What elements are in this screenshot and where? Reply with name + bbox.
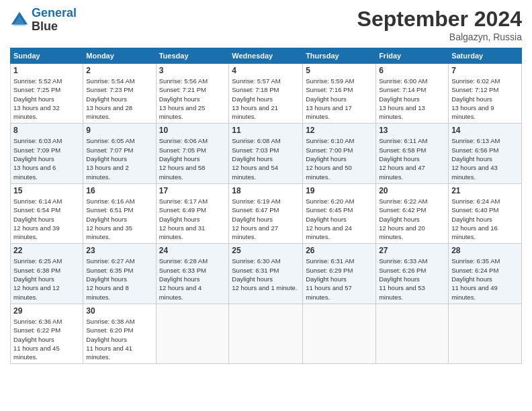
calendar-cell: 25 Sunrise: 6:30 AM Sunset: 6:31 PM Dayl…	[229, 244, 303, 304]
day-number: 3	[159, 66, 226, 75]
col-saturday: Saturday	[449, 48, 522, 64]
title-block: September 2024 Balgazyn, Russia	[357, 7, 522, 42]
calendar-cell: 19 Sunrise: 6:20 AM Sunset: 6:45 PM Dayl…	[303, 183, 376, 243]
day-number: 23	[86, 246, 152, 255]
calendar-cell: 22 Sunrise: 6:25 AM Sunset: 6:38 PM Dayl…	[11, 244, 83, 304]
day-number: 26	[306, 246, 373, 255]
calendar-cell: 26 Sunrise: 6:31 AM Sunset: 6:29 PM Dayl…	[303, 244, 376, 304]
calendar-cell	[376, 304, 449, 363]
calendar-cell: 10 Sunrise: 6:06 AM Sunset: 7:05 PM Dayl…	[156, 124, 229, 183]
day-info: Sunrise: 6:25 AM Sunset: 6:38 PM Dayligh…	[13, 257, 80, 301]
calendar-cell: 12 Sunrise: 6:10 AM Sunset: 7:00 PM Dayl…	[303, 124, 376, 183]
day-info: Sunrise: 5:59 AM Sunset: 7:16 PM Dayligh…	[306, 77, 373, 121]
day-info: Sunrise: 6:38 AM Sunset: 6:20 PM Dayligh…	[86, 317, 152, 361]
col-tuesday: Tuesday	[156, 48, 229, 64]
day-info: Sunrise: 6:28 AM Sunset: 6:33 PM Dayligh…	[159, 257, 226, 301]
day-info: Sunrise: 6:24 AM Sunset: 6:40 PM Dayligh…	[451, 197, 519, 241]
logo-text: General Blue	[32, 7, 77, 34]
day-number: 9	[86, 126, 152, 135]
calendar-cell: 20 Sunrise: 6:22 AM Sunset: 6:42 PM Dayl…	[376, 183, 449, 243]
day-info: Sunrise: 6:17 AM Sunset: 6:49 PM Dayligh…	[159, 197, 226, 241]
day-number: 22	[13, 246, 80, 255]
calendar-week-2: 8 Sunrise: 6:03 AM Sunset: 7:09 PM Dayli…	[11, 124, 522, 183]
calendar-week-3: 15 Sunrise: 6:14 AM Sunset: 6:54 PM Dayl…	[11, 183, 522, 243]
day-info: Sunrise: 6:05 AM Sunset: 7:07 PM Dayligh…	[86, 136, 152, 181]
location: Balgazyn, Russia	[357, 32, 522, 42]
calendar-cell	[449, 304, 522, 363]
calendar: Sunday Monday Tuesday Wednesday Thursday…	[10, 48, 522, 364]
header: General Blue September 2024 Balgazyn, Ru…	[10, 7, 522, 42]
logo-icon	[10, 11, 29, 30]
day-info: Sunrise: 6:02 AM Sunset: 7:12 PM Dayligh…	[451, 77, 519, 121]
day-number: 7	[451, 66, 519, 75]
day-number: 28	[451, 246, 519, 255]
day-info: Sunrise: 6:31 AM Sunset: 6:29 PM Dayligh…	[306, 257, 373, 301]
day-info: Sunrise: 5:56 AM Sunset: 7:21 PM Dayligh…	[159, 77, 226, 121]
day-info: Sunrise: 6:03 AM Sunset: 7:09 PM Dayligh…	[13, 136, 80, 181]
calendar-cell: 5 Sunrise: 5:59 AM Sunset: 7:16 PM Dayli…	[303, 64, 376, 124]
day-number: 5	[306, 66, 373, 75]
calendar-cell	[303, 304, 376, 363]
logo: General Blue	[10, 7, 77, 34]
day-number: 16	[86, 186, 152, 195]
calendar-cell: 24 Sunrise: 6:28 AM Sunset: 6:33 PM Dayl…	[156, 244, 229, 304]
calendar-week-1: 1 Sunrise: 5:52 AM Sunset: 7:25 PM Dayli…	[11, 64, 522, 124]
calendar-cell: 13 Sunrise: 6:11 AM Sunset: 6:58 PM Dayl…	[376, 124, 449, 183]
day-number: 21	[451, 186, 519, 195]
day-number: 30	[86, 306, 152, 316]
calendar-cell: 18 Sunrise: 6:19 AM Sunset: 6:47 PM Dayl…	[229, 183, 303, 243]
calendar-cell: 29 Sunrise: 6:36 AM Sunset: 6:22 PM Dayl…	[11, 304, 83, 363]
page: General Blue September 2024 Balgazyn, Ru…	[0, 0, 532, 411]
day-number: 18	[232, 186, 300, 195]
day-number: 13	[379, 126, 445, 135]
day-number: 4	[232, 66, 300, 75]
calendar-cell: 3 Sunrise: 5:56 AM Sunset: 7:21 PM Dayli…	[156, 64, 229, 124]
calendar-cell: 11 Sunrise: 6:08 AM Sunset: 7:03 PM Dayl…	[229, 124, 303, 183]
calendar-cell	[156, 304, 229, 363]
calendar-cell: 2 Sunrise: 5:54 AM Sunset: 7:23 PM Dayli…	[83, 64, 156, 124]
calendar-cell: 4 Sunrise: 5:57 AM Sunset: 7:18 PM Dayli…	[229, 64, 303, 124]
day-number: 20	[379, 186, 445, 195]
col-wednesday: Wednesday	[229, 48, 303, 64]
calendar-cell: 9 Sunrise: 6:05 AM Sunset: 7:07 PM Dayli…	[83, 124, 156, 183]
month-title: September 2024	[357, 7, 522, 32]
day-number: 12	[306, 126, 373, 135]
logo-blue: Blue	[32, 20, 77, 34]
calendar-week-5: 29 Sunrise: 6:36 AM Sunset: 6:22 PM Dayl…	[11, 304, 522, 363]
calendar-cell: 8 Sunrise: 6:03 AM Sunset: 7:09 PM Dayli…	[11, 124, 83, 183]
day-number: 6	[379, 66, 445, 75]
col-thursday: Thursday	[303, 48, 376, 64]
day-number: 29	[13, 306, 80, 316]
day-number: 24	[159, 246, 226, 255]
col-sunday: Sunday	[11, 48, 83, 64]
day-info: Sunrise: 5:54 AM Sunset: 7:23 PM Dayligh…	[86, 77, 152, 121]
day-info: Sunrise: 6:33 AM Sunset: 6:26 PM Dayligh…	[379, 257, 445, 301]
day-number: 8	[13, 126, 80, 135]
day-info: Sunrise: 6:06 AM Sunset: 7:05 PM Dayligh…	[159, 136, 226, 181]
day-info: Sunrise: 6:20 AM Sunset: 6:45 PM Dayligh…	[306, 197, 373, 241]
day-info: Sunrise: 6:08 AM Sunset: 7:03 PM Dayligh…	[232, 136, 300, 181]
calendar-week-4: 22 Sunrise: 6:25 AM Sunset: 6:38 PM Dayl…	[11, 244, 522, 304]
day-info: Sunrise: 6:22 AM Sunset: 6:42 PM Dayligh…	[379, 197, 445, 241]
logo-general: General	[32, 6, 77, 19]
calendar-cell: 27 Sunrise: 6:33 AM Sunset: 6:26 PM Dayl…	[376, 244, 449, 304]
day-info: Sunrise: 6:11 AM Sunset: 6:58 PM Dayligh…	[379, 136, 445, 181]
day-info: Sunrise: 6:30 AM Sunset: 6:31 PM Dayligh…	[232, 257, 300, 292]
calendar-cell: 16 Sunrise: 6:16 AM Sunset: 6:51 PM Dayl…	[83, 183, 156, 243]
day-info: Sunrise: 6:19 AM Sunset: 6:47 PM Dayligh…	[232, 197, 300, 241]
calendar-cell: 21 Sunrise: 6:24 AM Sunset: 6:40 PM Dayl…	[449, 183, 522, 243]
day-number: 27	[379, 246, 445, 255]
calendar-cell: 1 Sunrise: 5:52 AM Sunset: 7:25 PM Dayli…	[11, 64, 83, 124]
day-info: Sunrise: 5:57 AM Sunset: 7:18 PM Dayligh…	[232, 77, 300, 121]
weekday-row: Sunday Monday Tuesday Wednesday Thursday…	[11, 48, 522, 64]
calendar-cell: 23 Sunrise: 6:27 AM Sunset: 6:35 PM Dayl…	[83, 244, 156, 304]
day-number: 25	[232, 246, 300, 255]
calendar-cell: 7 Sunrise: 6:02 AM Sunset: 7:12 PM Dayli…	[449, 64, 522, 124]
day-info: Sunrise: 6:00 AM Sunset: 7:14 PM Dayligh…	[379, 77, 445, 121]
col-friday: Friday	[376, 48, 449, 64]
day-number: 15	[13, 186, 80, 195]
calendar-cell	[229, 304, 303, 363]
calendar-body: 1 Sunrise: 5:52 AM Sunset: 7:25 PM Dayli…	[11, 64, 522, 364]
day-number: 1	[13, 66, 80, 75]
day-number: 17	[159, 186, 226, 195]
